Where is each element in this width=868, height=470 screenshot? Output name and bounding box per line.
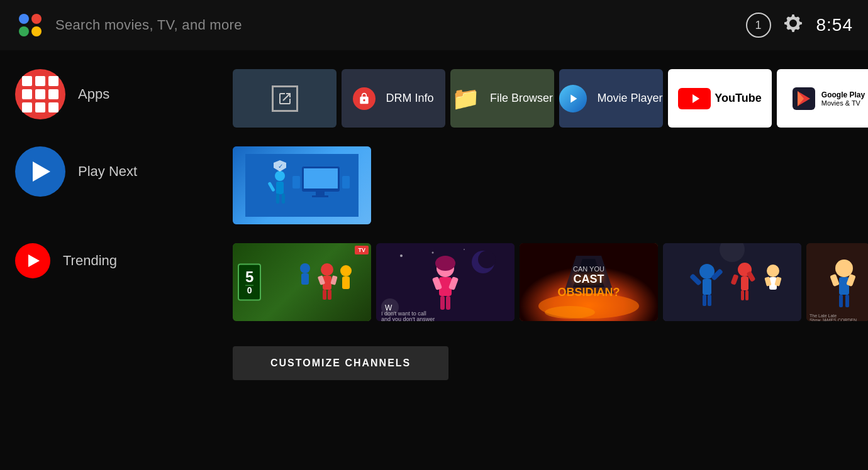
svg-point-30 (340, 265, 352, 276)
svg-rect-16 (342, 176, 350, 189)
play-next-thumb-inner: ✓ (233, 146, 371, 224)
svg-rect-68 (745, 290, 748, 300)
play-next-section: Play Next (0, 140, 868, 237)
tv-channel-badge: TV (355, 246, 369, 254)
svg-rect-79 (845, 295, 849, 307)
gp-inner: Google Play Movies & TV (793, 87, 865, 110)
app-tile-googleplay[interactable]: Google Play Movies & TV (777, 69, 868, 128)
open-in-new-icon (272, 85, 298, 112)
svg-point-1 (19, 14, 29, 24)
settings-icon[interactable] (784, 13, 804, 38)
svg-rect-61 (703, 295, 706, 306)
clock-display: 8:54 (816, 15, 854, 35)
yt-label: YouTube (715, 92, 761, 105)
fb-inner: 📁 File Browser (452, 85, 553, 112)
svg-rect-29 (328, 290, 331, 300)
trending-section-label: Trending (0, 243, 233, 278)
svg-rect-12 (304, 168, 338, 189)
svg-text:W: W (385, 303, 392, 312)
google-play-icon (793, 87, 815, 110)
app-tile-movieplayer[interactable]: Movie Player (559, 69, 663, 128)
svg-rect-13 (316, 192, 325, 195)
trending-item-boxing[interactable] (663, 243, 801, 321)
apps-grid-icon (22, 76, 58, 112)
app-tile-drm[interactable]: DRM Info (342, 69, 445, 128)
svg-point-52 (545, 306, 595, 319)
play-next-icon-circle[interactable] (15, 146, 65, 197)
play-next-thumbnail[interactable]: ✓ (233, 146, 371, 224)
cast-text: CAN YOU CAST OBSIDIAN? (558, 265, 620, 299)
trending-item-soccer[interactable]: 5 0 TV (233, 243, 371, 321)
topbar: Search movies, TV, and more 1 8:54 (0, 0, 868, 50)
svg-rect-31 (342, 276, 350, 289)
gp-label: Google Play (821, 90, 865, 99)
mp-inner: Movie Player (559, 85, 662, 112)
talk-illustration: The Late Late Show JAMES CORDEN (806, 243, 868, 321)
customize-channels-button[interactable]: CUSTOMIZE CHANNELS (233, 346, 448, 380)
svg-point-69 (767, 265, 779, 277)
svg-rect-20 (282, 194, 285, 204)
play-next-illustration: ✓ (245, 154, 359, 217)
topbar-right: 1 8:54 (746, 13, 854, 38)
gp-sublabel: Movies & TV (821, 99, 865, 107)
apps-icon-circle[interactable] (15, 69, 65, 119)
trending-youtube-icon[interactable] (15, 243, 50, 278)
svg-rect-62 (708, 295, 711, 306)
folder-icon: 📁 (452, 85, 480, 112)
svg-point-3 (19, 26, 29, 36)
yt-inner: YouTube (678, 88, 761, 109)
svg-point-39 (464, 249, 465, 250)
svg-point-37 (400, 254, 403, 257)
app-tile-filebrowser[interactable]: 📁 File Browser (450, 69, 554, 128)
mp-label: Movie Player (597, 92, 662, 105)
trending-item-music[interactable]: I don't want to call and you don't answe… (376, 243, 515, 321)
svg-rect-14 (312, 195, 328, 197)
svg-text:✓: ✓ (278, 163, 283, 170)
drm-label: DRM Info (386, 92, 433, 105)
svg-rect-67 (741, 290, 744, 300)
apps-title: Apps (78, 86, 109, 102)
svg-point-17 (275, 171, 285, 181)
trending-item-talk[interactable]: The Late Late Show JAMES CORDEN (806, 243, 868, 321)
boxing-illustration (663, 243, 801, 321)
play-next-title: Play Next (78, 163, 137, 180)
svg-text:and you don't answer: and you don't answer (381, 316, 435, 321)
app-tile-open[interactable] (233, 69, 337, 128)
svg-rect-19 (276, 194, 279, 204)
customize-channels-section: CUSTOMIZE CHANNELS (0, 334, 868, 393)
warner-badge: W (381, 298, 399, 316)
svg-rect-27 (330, 275, 337, 285)
svg-text:Show JAMES CORDEN: Show JAMES CORDEN (810, 318, 857, 321)
soccer-players (277, 251, 371, 314)
trending-title: Trending (63, 253, 117, 269)
svg-rect-33 (301, 273, 309, 285)
svg-point-0 (15, 10, 45, 40)
apps-row: DRM Info 📁 File Browser Movie Player (233, 69, 868, 128)
play-next-icon (33, 161, 50, 182)
trending-section: Trending 5 0 (0, 237, 868, 334)
svg-rect-18 (276, 182, 284, 194)
svg-rect-58 (703, 279, 711, 295)
trending-row: 5 0 TV (233, 243, 868, 321)
svg-text:The Late Late: The Late Late (810, 314, 837, 318)
drm-lock-icon (353, 87, 376, 110)
svg-point-38 (432, 252, 434, 254)
svg-rect-44 (440, 296, 445, 310)
trending-item-cast[interactable]: CAN YOU CAST OBSIDIAN? (520, 243, 658, 321)
app-tile-youtube[interactable]: YouTube (668, 69, 772, 128)
movie-player-play-icon (559, 85, 587, 112)
trending-play-icon (28, 254, 40, 267)
apps-section: Apps DRM Info (0, 50, 868, 140)
soccer-score: 5 0 (238, 264, 261, 301)
search-bar[interactable]: Search movies, TV, and more (55, 17, 746, 33)
apps-section-label: Apps (0, 69, 233, 119)
svg-point-32 (300, 263, 310, 273)
play-next-section-label: Play Next (0, 146, 233, 197)
svg-point-74 (835, 260, 853, 277)
youtube-logo-icon (678, 88, 711, 109)
svg-rect-64 (741, 276, 748, 290)
svg-rect-15 (292, 176, 300, 189)
notification-icon[interactable]: 1 (746, 13, 771, 38)
notification-count: 1 (755, 19, 761, 32)
fb-label: File Browser (490, 92, 553, 105)
